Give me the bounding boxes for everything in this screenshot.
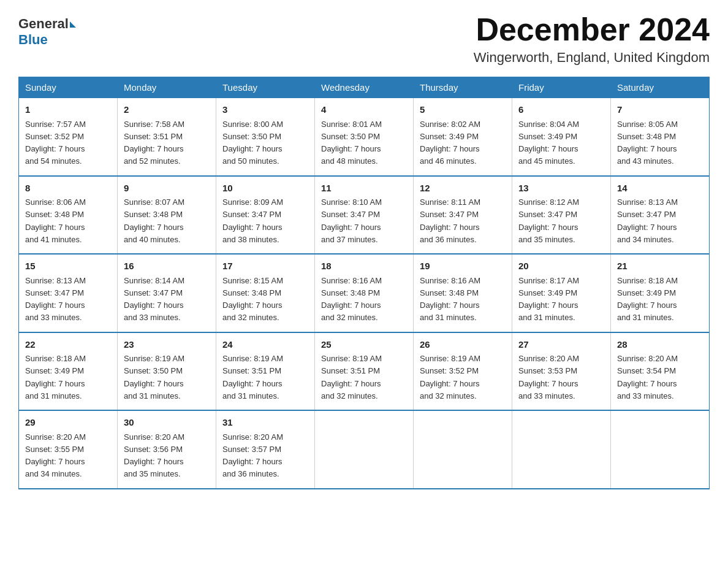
header-tuesday: Tuesday	[216, 77, 315, 98]
calendar-cell: 2 Sunrise: 7:58 AMSunset: 3:51 PMDayligh…	[118, 98, 216, 176]
calendar-cell: 12 Sunrise: 8:11 AMSunset: 3:47 PMDaylig…	[414, 176, 512, 255]
day-number: 1	[25, 103, 111, 117]
day-info: Sunrise: 8:18 AMSunset: 3:49 PMDaylight:…	[617, 276, 678, 323]
day-number: 8	[25, 182, 111, 196]
logo-blue-text: Blue	[18, 32, 48, 48]
logo-arrow-icon	[70, 21, 76, 28]
day-number: 28	[617, 338, 703, 352]
day-number: 13	[518, 182, 604, 196]
day-info: Sunrise: 8:19 AMSunset: 3:51 PMDaylight:…	[222, 354, 283, 400]
day-info: Sunrise: 7:57 AMSunset: 3:52 PMDaylight:…	[25, 120, 86, 166]
day-number: 18	[321, 259, 407, 274]
calendar-cell: 15 Sunrise: 8:13 AMSunset: 3:47 PMDaylig…	[19, 254, 118, 332]
month-title: December 2024	[474, 12, 710, 47]
day-number: 21	[617, 259, 703, 274]
calendar-cell: 3 Sunrise: 8:00 AMSunset: 3:50 PMDayligh…	[216, 98, 315, 176]
day-info: Sunrise: 8:01 AMSunset: 3:50 PMDaylight:…	[321, 120, 382, 166]
header-sunday: Sunday	[19, 77, 118, 98]
day-info: Sunrise: 8:06 AMSunset: 3:48 PMDaylight:…	[25, 197, 86, 244]
calendar-cell: 7 Sunrise: 8:05 AMSunset: 3:48 PMDayligh…	[611, 98, 710, 176]
day-number: 19	[420, 259, 506, 274]
calendar-cell: 23 Sunrise: 8:19 AMSunset: 3:50 PMDaylig…	[118, 332, 216, 411]
day-info: Sunrise: 8:14 AMSunset: 3:47 PMDaylight:…	[124, 276, 184, 323]
day-number: 4	[321, 103, 407, 117]
day-number: 24	[222, 338, 308, 352]
calendar-cell: 31 Sunrise: 8:20 AMSunset: 3:57 PMDaylig…	[216, 410, 315, 489]
day-info: Sunrise: 8:12 AMSunset: 3:47 PMDaylight:…	[518, 197, 579, 244]
day-number: 2	[124, 103, 210, 117]
day-info: Sunrise: 8:10 AMSunset: 3:47 PMDaylight:…	[321, 197, 382, 244]
day-info: Sunrise: 8:16 AMSunset: 3:48 PMDaylight:…	[420, 276, 480, 323]
day-info: Sunrise: 8:20 AMSunset: 3:53 PMDaylight:…	[518, 354, 579, 400]
calendar-cell: 8 Sunrise: 8:06 AMSunset: 3:48 PMDayligh…	[19, 176, 118, 255]
logo: General Blue	[18, 12, 76, 48]
calendar-cell: 1 Sunrise: 7:57 AMSunset: 3:52 PMDayligh…	[19, 98, 118, 176]
day-number: 23	[124, 338, 210, 352]
calendar-cell: 6 Sunrise: 8:04 AMSunset: 3:49 PMDayligh…	[512, 98, 611, 176]
day-number: 15	[25, 259, 111, 274]
calendar-week-row-1: 1 Sunrise: 7:57 AMSunset: 3:52 PMDayligh…	[19, 98, 710, 176]
calendar-cell: 5 Sunrise: 8:02 AMSunset: 3:49 PMDayligh…	[414, 98, 512, 176]
day-info: Sunrise: 8:20 AMSunset: 3:57 PMDaylight:…	[222, 432, 283, 479]
calendar-cell: 4 Sunrise: 8:01 AMSunset: 3:50 PMDayligh…	[315, 98, 414, 176]
day-number: 29	[25, 416, 111, 430]
calendar-table: Sunday Monday Tuesday Wednesday Thursday…	[18, 77, 710, 489]
day-info: Sunrise: 8:17 AMSunset: 3:49 PMDaylight:…	[518, 276, 579, 323]
day-number: 25	[321, 338, 407, 352]
location-title: Wingerworth, England, United Kingdom	[474, 50, 710, 66]
calendar-cell: 18 Sunrise: 8:16 AMSunset: 3:48 PMDaylig…	[315, 254, 414, 332]
calendar-cell	[512, 410, 611, 489]
calendar-cell: 10 Sunrise: 8:09 AMSunset: 3:47 PMDaylig…	[216, 176, 315, 255]
calendar-cell: 17 Sunrise: 8:15 AMSunset: 3:48 PMDaylig…	[216, 254, 315, 332]
day-info: Sunrise: 8:20 AMSunset: 3:54 PMDaylight:…	[617, 354, 678, 400]
calendar-week-row-4: 22 Sunrise: 8:18 AMSunset: 3:49 PMDaylig…	[19, 332, 710, 411]
calendar-cell: 24 Sunrise: 8:19 AMSunset: 3:51 PMDaylig…	[216, 332, 315, 411]
day-info: Sunrise: 8:15 AMSunset: 3:48 PMDaylight:…	[222, 276, 283, 323]
day-info: Sunrise: 8:13 AMSunset: 3:47 PMDaylight:…	[25, 276, 86, 323]
calendar-cell: 9 Sunrise: 8:07 AMSunset: 3:48 PMDayligh…	[118, 176, 216, 255]
day-number: 7	[617, 103, 703, 117]
day-number: 31	[222, 416, 308, 430]
calendar-cell: 11 Sunrise: 8:10 AMSunset: 3:47 PMDaylig…	[315, 176, 414, 255]
day-number: 20	[518, 259, 604, 274]
logo-general-text: General	[18, 16, 69, 32]
day-number: 22	[25, 338, 111, 352]
day-info: Sunrise: 8:20 AMSunset: 3:55 PMDaylight:…	[25, 432, 86, 479]
header-monday: Monday	[118, 77, 216, 98]
header-saturday: Saturday	[611, 77, 710, 98]
day-number: 10	[222, 182, 308, 196]
day-info: Sunrise: 8:11 AMSunset: 3:47 PMDaylight:…	[420, 197, 480, 244]
day-info: Sunrise: 8:09 AMSunset: 3:47 PMDaylight:…	[222, 197, 283, 244]
calendar-week-row-5: 29 Sunrise: 8:20 AMSunset: 3:55 PMDaylig…	[19, 410, 710, 489]
day-info: Sunrise: 7:58 AMSunset: 3:51 PMDaylight:…	[124, 120, 184, 166]
day-number: 11	[321, 182, 407, 196]
header-wednesday: Wednesday	[315, 77, 414, 98]
header-friday: Friday	[512, 77, 611, 98]
calendar-cell: 25 Sunrise: 8:19 AMSunset: 3:51 PMDaylig…	[315, 332, 414, 411]
day-number: 6	[518, 103, 604, 117]
day-info: Sunrise: 8:19 AMSunset: 3:50 PMDaylight:…	[124, 354, 184, 400]
calendar-cell: 13 Sunrise: 8:12 AMSunset: 3:47 PMDaylig…	[512, 176, 611, 255]
calendar-cell: 16 Sunrise: 8:14 AMSunset: 3:47 PMDaylig…	[118, 254, 216, 332]
day-number: 5	[420, 103, 506, 117]
calendar-cell: 22 Sunrise: 8:18 AMSunset: 3:49 PMDaylig…	[19, 332, 118, 411]
calendar-week-row-2: 8 Sunrise: 8:06 AMSunset: 3:48 PMDayligh…	[19, 176, 710, 255]
calendar-cell	[315, 410, 414, 489]
calendar-cell: 14 Sunrise: 8:13 AMSunset: 3:47 PMDaylig…	[611, 176, 710, 255]
day-info: Sunrise: 8:16 AMSunset: 3:48 PMDaylight:…	[321, 276, 382, 323]
day-number: 26	[420, 338, 506, 352]
day-info: Sunrise: 8:13 AMSunset: 3:47 PMDaylight:…	[617, 197, 678, 244]
calendar-cell: 19 Sunrise: 8:16 AMSunset: 3:48 PMDaylig…	[414, 254, 512, 332]
day-info: Sunrise: 8:19 AMSunset: 3:52 PMDaylight:…	[420, 354, 480, 400]
page-header: General Blue December 2024 Wingerworth, …	[18, 12, 710, 66]
day-info: Sunrise: 8:20 AMSunset: 3:56 PMDaylight:…	[124, 432, 184, 479]
day-info: Sunrise: 8:07 AMSunset: 3:48 PMDaylight:…	[124, 197, 184, 244]
day-number: 16	[124, 259, 210, 274]
day-info: Sunrise: 8:18 AMSunset: 3:49 PMDaylight:…	[25, 354, 86, 400]
calendar-header-row: Sunday Monday Tuesday Wednesday Thursday…	[19, 77, 710, 98]
calendar-cell: 30 Sunrise: 8:20 AMSunset: 3:56 PMDaylig…	[118, 410, 216, 489]
day-number: 3	[222, 103, 308, 117]
day-number: 12	[420, 182, 506, 196]
day-info: Sunrise: 8:05 AMSunset: 3:48 PMDaylight:…	[617, 120, 678, 166]
title-block: December 2024 Wingerworth, England, Unit…	[474, 12, 710, 66]
